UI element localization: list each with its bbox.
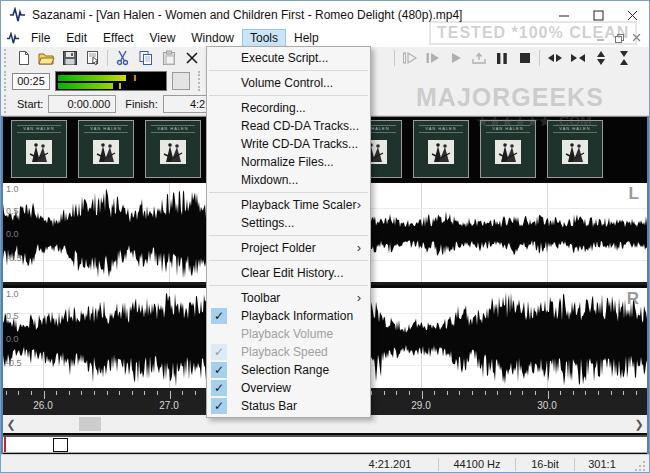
mdi-restore-button[interactable] (611, 32, 627, 45)
album-art (160, 140, 186, 164)
mdi-minimize-button[interactable] (593, 32, 609, 45)
menu-item-label: Volume Control... (241, 76, 333, 90)
ruler-tick (69, 391, 70, 395)
menu-item-write-cd-da-tracks[interactable]: Write CD-DA Tracks... (207, 135, 370, 153)
properties-button[interactable] (81, 48, 104, 69)
menu-item-label: Recording... (241, 101, 306, 115)
video-frame-thumbnail: VAN HALEN (480, 120, 536, 178)
delete-button[interactable] (180, 48, 203, 69)
menu-view[interactable]: View (143, 30, 183, 47)
zoom-shrink-vertical-button[interactable] (612, 48, 635, 69)
menu-edit[interactable]: Edit (59, 30, 94, 47)
scrollbar-thumb[interactable] (79, 417, 101, 431)
ruler-tick (472, 391, 473, 395)
menu-tools[interactable]: Tools (243, 30, 285, 47)
menu-file[interactable]: File (24, 30, 57, 47)
play-button[interactable] (444, 48, 467, 69)
menu-item-label: Playback Speed (241, 345, 328, 359)
menu-item-label: Execute Script... (241, 51, 328, 65)
ruler-tick (623, 391, 624, 395)
menu-item-playback-information[interactable]: ✓Playback Information (207, 307, 370, 325)
scroll-left-arrow[interactable]: ❮ (3, 415, 19, 433)
playback-time-display: 00:25 (12, 73, 50, 90)
toolbar-grip[interactable] (4, 95, 8, 113)
ruler-tick (522, 391, 523, 395)
album-art (428, 140, 454, 164)
cut-button[interactable] (111, 48, 134, 69)
toolbar-grip[interactable] (4, 71, 8, 90)
vu-meter-peak-right (119, 83, 121, 89)
menu-item-recording[interactable]: Recording... (207, 99, 370, 117)
overview-strip[interactable] (3, 435, 647, 453)
album-title: VAN HALEN (17, 125, 61, 133)
menu-item-read-cd-da-tracks[interactable]: Read CD-DA Tracks... (207, 117, 370, 135)
menu-help[interactable]: Help (287, 30, 326, 47)
album-art (495, 140, 521, 164)
overview-view-window[interactable] (53, 438, 68, 452)
copy-button[interactable] (134, 48, 157, 69)
menu-item-overview[interactable]: ✓Overview (207, 379, 370, 397)
menu-item-label: Playback Information (241, 309, 353, 323)
menu-window[interactable]: Window (184, 30, 241, 47)
check-icon: ✓ (211, 380, 227, 396)
play-from-start-button[interactable] (398, 48, 421, 69)
amplitude-scale-label: 0.5 (6, 311, 19, 321)
save-button[interactable] (58, 48, 81, 69)
video-frame-thumbnail: VAN HALEN (78, 120, 134, 178)
menu-item-volume-control[interactable]: Volume Control... (207, 74, 370, 92)
menu-item-execute-script[interactable]: Execute Script... (207, 49, 370, 67)
zoom-expand-vertical-button[interactable] (589, 48, 612, 69)
ruler-tick (585, 391, 586, 395)
menu-item-toolbar[interactable]: Toolbar› (207, 289, 370, 307)
menu-item-label: Playback Volume (241, 327, 333, 341)
pause-button[interactable] (490, 48, 513, 69)
ruler-tick (170, 391, 171, 399)
loop-play-button[interactable] (467, 48, 490, 69)
menu-item-label: Toolbar (241, 291, 280, 305)
menu-item-status-bar[interactable]: ✓Status Bar (207, 397, 370, 415)
zoom-in-horizontal-button[interactable] (566, 48, 589, 69)
status-field-0: 4:21.201 (342, 458, 438, 470)
paste-button[interactable] (157, 48, 180, 69)
channel-label: L (629, 184, 639, 204)
ruler-time-label: 29.0 (411, 400, 430, 411)
menu-item-clear-edit-history[interactable]: Clear Edit History... (207, 264, 370, 282)
new-file-button[interactable] (12, 48, 35, 69)
ruler-tick (144, 391, 145, 395)
menu-item-playback-time-scaler[interactable]: Playback Time Scaler› (207, 196, 370, 214)
menu-item-selection-range[interactable]: ✓Selection Range (207, 361, 370, 379)
menu-item-playback-speed: ✓Playback Speed (207, 343, 370, 361)
start-time-field[interactable]: 0:00.000 (48, 95, 116, 113)
ruler-tick (384, 391, 385, 395)
ruler-tick (132, 391, 133, 395)
menu-item-project-folder[interactable]: Project Folder› (207, 239, 370, 257)
minimize-button[interactable] (547, 2, 581, 29)
toolbar-grip[interactable] (198, 71, 202, 90)
album-art (93, 140, 119, 164)
menu-item-label: Settings... (241, 216, 294, 230)
ruler-tick (195, 391, 196, 395)
menu-item-settings[interactable]: Settings... (207, 214, 370, 232)
resize-grip[interactable] (633, 459, 647, 473)
toolbar-grip[interactable] (4, 49, 8, 67)
maximize-button[interactable] (581, 2, 615, 29)
meter-monitor-button[interactable] (172, 72, 190, 90)
play-selection-button[interactable] (421, 48, 444, 69)
album-title: VAN HALEN (151, 125, 195, 133)
ruler-tick (409, 391, 410, 395)
ruler-tick (611, 391, 612, 395)
ruler-time-label: 30.0 (537, 400, 556, 411)
zoom-out-horizontal-button[interactable] (543, 48, 566, 69)
close-button[interactable] (615, 2, 649, 29)
menu-effect[interactable]: Effect (96, 30, 140, 47)
open-file-button[interactable] (35, 48, 58, 69)
ruler-tick (548, 391, 549, 399)
stop-button[interactable] (513, 48, 536, 69)
mdi-close-button[interactable] (629, 32, 645, 45)
scroll-right-arrow[interactable]: ❯ (631, 415, 647, 433)
menu-item-normalize-files[interactable]: Normalize Files... (207, 153, 370, 171)
ruler-tick (434, 391, 435, 395)
menu-item-mixdown[interactable]: Mixdown... (207, 171, 370, 189)
menu-item-label: Selection Range (241, 363, 329, 377)
title-bar: Sazanami - [Van Halen - Women and Childr… (1, 1, 649, 29)
